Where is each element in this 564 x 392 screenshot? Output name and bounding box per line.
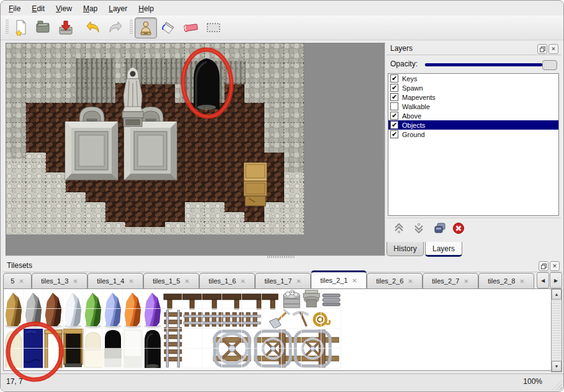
float-panel-button[interactable] <box>537 44 547 54</box>
save-map-button[interactable] <box>55 17 76 37</box>
layer-name: Spawn <box>402 84 423 92</box>
close-tab-icon[interactable]: ✕ <box>352 277 357 284</box>
tileset-tab-selected[interactable]: tiles_2_1 ✕ <box>311 270 367 288</box>
tileset-tab[interactable]: tiles_1_4 ✕ <box>87 273 143 288</box>
tab-label: 5 <box>11 277 14 285</box>
tileset-view[interactable] <box>3 288 552 371</box>
close-tab-icon[interactable]: ✕ <box>519 278 524 285</box>
tab-label: tiles_1_4 <box>97 277 124 285</box>
menu-help[interactable]: Help <box>133 2 159 15</box>
redo-button[interactable] <box>105 17 126 37</box>
move-layer-down-button[interactable] <box>411 221 426 236</box>
close-panel-button[interactable]: ✕ <box>548 44 558 54</box>
layer-row-ground[interactable]: ✔ Ground <box>388 130 558 139</box>
tileset-tab[interactable]: tiles_1_7 ✕ <box>255 273 311 288</box>
layers-panel-titlebar: Layers ✕ <box>387 43 561 55</box>
delete-layer-button[interactable] <box>451 221 466 236</box>
close-tab-icon[interactable]: ✕ <box>73 278 78 285</box>
menu-file[interactable]: File <box>3 2 26 15</box>
tileset-tab[interactable]: tiles_2_7 ✕ <box>423 273 478 288</box>
select-tool-button[interactable] <box>203 17 224 37</box>
layer-visibility-checkbox[interactable] <box>390 102 398 110</box>
tab-layers[interactable]: Layers <box>425 242 462 257</box>
scroll-tabs-left-button[interactable]: ◀ <box>537 272 549 288</box>
layer-row-spawn[interactable]: ✔ Spawn <box>388 83 558 92</box>
close-tab-icon[interactable]: ✕ <box>296 278 301 285</box>
menu-view[interactable]: View <box>50 2 78 15</box>
layer-name: Above <box>402 112 421 120</box>
window-resize-grip[interactable] <box>552 380 562 390</box>
map-tileset-splitter[interactable] <box>267 256 295 258</box>
tileset-tab[interactable]: tiles_2_6 ✕ <box>367 273 423 288</box>
redo-arrow-icon <box>107 19 124 36</box>
opacity-slider-track[interactable] <box>425 63 542 66</box>
map-render <box>6 43 383 254</box>
opacity-slider-handle[interactable] <box>542 60 557 70</box>
tileset-tab[interactable]: tiles_1_5 ✕ <box>143 273 199 288</box>
tileset-render <box>4 289 545 368</box>
tileset-scrollbar[interactable]: ▲ ▼ <box>551 288 562 372</box>
fill-bucket-icon <box>160 19 177 36</box>
layer-visibility-checkbox[interactable]: ✔ <box>390 130 398 138</box>
close-tab-icon[interactable]: ✕ <box>463 278 468 285</box>
close-tab-icon[interactable]: ✕ <box>19 278 24 285</box>
layer-name: Ground <box>402 131 425 138</box>
tab-label: Layers <box>432 244 455 253</box>
toolbar-drag-handle[interactable] <box>130 20 133 35</box>
layer-visibility-checkbox[interactable]: ✔ <box>390 121 398 129</box>
tileset-tab[interactable]: tiles_1_3 ✕ <box>32 273 87 288</box>
layer-row-mapevents[interactable]: ✔ Mapevents <box>388 92 558 102</box>
tab-history[interactable]: History <box>387 242 424 256</box>
layer-visibility-checkbox[interactable]: ✔ <box>390 93 398 101</box>
move-layer-up-button[interactable] <box>392 221 406 236</box>
toolbar-drag-handle[interactable] <box>6 20 9 35</box>
tab-label: tiles_1_3 <box>41 277 68 285</box>
duplicate-layer-button[interactable] <box>432 221 447 236</box>
menu-map[interactable]: Map <box>78 2 103 15</box>
menu-edit[interactable]: Edit <box>26 2 50 15</box>
layers-panel-title: Layers <box>390 44 413 53</box>
close-panel-button[interactable]: ✕ <box>550 261 560 271</box>
tileset-tab[interactable]: tiles_2_8 ✕ <box>478 273 534 288</box>
tileset-tab[interactable]: 5 ✕ <box>3 273 32 288</box>
layer-visibility-checkbox[interactable]: ✔ <box>390 74 398 82</box>
stamp-tool-button[interactable] <box>135 17 157 38</box>
close-tab-icon[interactable]: ✕ <box>240 278 245 285</box>
float-panel-button[interactable] <box>539 261 548 271</box>
tilesets-panel-title: Tilesets <box>7 261 32 270</box>
layer-row-objects[interactable]: ✔ Objects <box>388 120 558 130</box>
eraser-tool-button[interactable] <box>181 17 202 37</box>
opacity-control: Opacity: <box>387 58 561 71</box>
menu-bar: File Edit View Map Layer Help <box>3 2 159 16</box>
open-folder-icon <box>35 19 52 36</box>
save-icon <box>57 19 74 36</box>
close-tab-icon[interactable]: ✕ <box>128 278 133 285</box>
layer-visibility-checkbox[interactable]: ✔ <box>390 84 398 92</box>
close-tab-icon[interactable]: ✕ <box>184 278 189 285</box>
scroll-down-button[interactable]: ▼ <box>552 361 562 372</box>
close-tab-icon[interactable]: ✕ <box>408 278 413 285</box>
layer-name: Objects <box>402 122 425 129</box>
layer-name: Keys <box>402 75 417 82</box>
undo-button[interactable] <box>83 17 104 37</box>
menu-layer[interactable]: Layer <box>103 2 133 15</box>
map-panel-splitter[interactable] <box>383 122 385 160</box>
layer-name: Mapevents <box>402 94 436 101</box>
layer-visibility-checkbox[interactable]: ✔ <box>390 112 398 120</box>
fill-tool-button[interactable] <box>158 17 179 37</box>
layer-name: Walkable <box>402 103 430 110</box>
tab-label: tiles_1_5 <box>153 277 180 285</box>
new-map-button[interactable] <box>11 17 32 37</box>
layer-row-walkable[interactable]: Walkable <box>388 102 558 111</box>
tilesets-panel: Tilesets ✕ 5 ✕ tiles_1_3 ✕ tiles_1_4 ✕ <box>3 260 562 372</box>
layer-row-above[interactable]: ✔ Above <box>388 111 558 120</box>
scroll-tabs-right-button[interactable]: ▶ <box>550 272 562 288</box>
move-up-icon <box>393 222 405 234</box>
open-map-button[interactable] <box>33 17 54 37</box>
tileset-tab[interactable]: tiles_1_6 ✕ <box>199 273 255 288</box>
eraser-icon <box>182 19 200 36</box>
layer-row-keys[interactable]: ✔ Keys <box>388 74 558 83</box>
tilesets-panel-titlebar: Tilesets ✕ <box>3 260 562 272</box>
scroll-up-button[interactable]: ▲ <box>552 289 562 300</box>
map-canvas[interactable] <box>6 43 385 256</box>
